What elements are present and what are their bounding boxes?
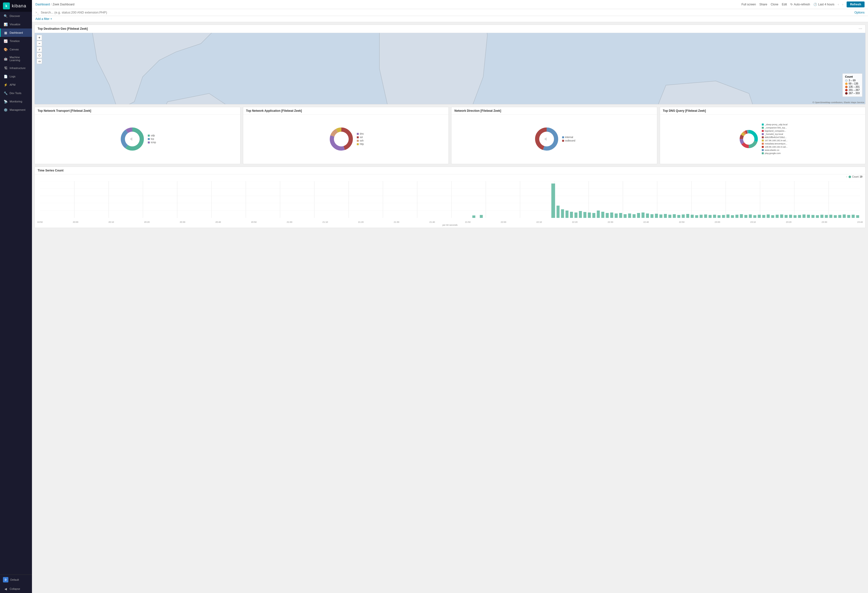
add-filter-button[interactable]: Add a filter + [35, 17, 52, 21]
sidebar-item-apm[interactable]: ⚡ APM [0, 81, 32, 89]
logs-icon: 📄 [4, 74, 7, 78]
sidebar-item-timelion[interactable]: 📈 Timelion [0, 37, 32, 45]
time-series-panel: Time Series Count › Count 19 [34, 166, 865, 228]
sidebar-item-label: Dashboard [10, 31, 23, 34]
fit-bounds-button[interactable]: ⤢ [37, 47, 42, 52]
ml-icon: 🤖 [4, 57, 7, 61]
sidebar-item-logs[interactable]: 📄 Logs [0, 72, 32, 81]
refresh-button[interactable]: Refresh [847, 1, 865, 7]
svg-rect-123 [820, 215, 823, 218]
sidebar-collapse[interactable]: ◀ Collapse [0, 585, 32, 593]
auto-refresh-button[interactable]: ↻ Auto-refresh [790, 3, 810, 6]
svg-rect-103 [731, 215, 734, 218]
svg-rect-108 [753, 215, 756, 218]
time-legend-row: › Count 19 [35, 174, 865, 179]
sidebar-item-label: Logs [10, 75, 15, 78]
breadcrumb-home[interactable]: Dashboard [35, 3, 50, 6]
svg-rect-102 [726, 215, 729, 218]
share-button[interactable]: Share [759, 3, 767, 6]
map-panel: Top Destination Geo [Filebeat Zeek] ··· [34, 25, 865, 104]
time-chart-svg [40, 181, 860, 218]
legend-dot-4 [845, 89, 847, 91]
svg-rect-74 [601, 212, 604, 218]
svg-rect-69 [579, 211, 582, 218]
donut-svg-application [328, 125, 355, 153]
svg-rect-126 [834, 215, 837, 218]
zoom-out-button[interactable]: − [37, 41, 42, 46]
sidebar-item-visualize[interactable]: 📊 Visualize [0, 20, 32, 28]
draw-rect-button[interactable]: ▭ [37, 59, 42, 64]
time-range-button[interactable]: 🕐 Last 4 hours [813, 3, 834, 6]
network-direction-panel: Network Direction [Filebeat Zeek] [451, 107, 657, 164]
search-prompt: >_ [35, 11, 39, 14]
edit-button[interactable]: Edit [782, 3, 787, 6]
svg-rect-78 [619, 213, 622, 218]
timelion-icon: 📈 [4, 39, 7, 43]
sidebar-item-discover[interactable]: 🔍 Discover [0, 12, 32, 20]
map-controls: + − ⤢ ⬠ ▭ [37, 35, 42, 64]
logo: k kibana [0, 0, 32, 12]
zoom-in-button[interactable]: + [37, 35, 42, 40]
sidebar-item-devtools[interactable]: 🔧 Dev Tools [0, 89, 32, 97]
fullscreen-button[interactable]: Full screen [741, 3, 756, 6]
map-panel-title: Top Destination Geo [Filebeat Zeek] ··· [35, 25, 865, 33]
svg-rect-95 [695, 215, 698, 218]
user-section[interactable]: D Default [0, 575, 32, 585]
svg-rect-93 [686, 214, 689, 218]
legend-dot-1 [845, 79, 847, 82]
sidebar-item-ml[interactable]: 🤖 Machine Learning [0, 53, 32, 64]
svg-rect-117 [794, 215, 796, 218]
clone-button[interactable]: Clone [771, 3, 778, 6]
svg-rect-118 [798, 215, 801, 218]
time-series-inner [35, 179, 865, 220]
sidebar-item-infrastructure[interactable]: 🏗 Infrastructure [0, 64, 32, 72]
svg-rect-96 [700, 215, 703, 218]
donut-direction [533, 125, 560, 153]
time-legend-expand[interactable]: › [846, 175, 847, 178]
legend-dot-3 [845, 86, 847, 88]
sidebar-item-label: Management [10, 108, 25, 111]
svg-rect-79 [624, 214, 626, 218]
svg-rect-116 [789, 215, 792, 218]
search-input[interactable] [41, 10, 853, 14]
svg-rect-91 [677, 215, 680, 218]
draw-shape-button[interactable]: ⬠ [37, 53, 42, 58]
sidebar-item-label: Infrastructure [10, 66, 25, 69]
sidebar-item-monitoring[interactable]: 📡 Monitoring [0, 97, 32, 106]
svg-rect-88 [664, 214, 667, 218]
network-transport-title: Top Network Transport [Filebeat Zeek] [35, 107, 240, 115]
network-direction-chart: internal outbound [452, 115, 657, 164]
sidebar-item-management[interactable]: ⚙️ Management [0, 106, 32, 114]
visualize-icon: 📊 [4, 22, 7, 26]
svg-rect-90 [673, 214, 676, 218]
discover-icon: 🔍 [4, 14, 7, 18]
donut-svg-transport [119, 125, 146, 153]
canvas-icon: 🎨 [4, 47, 7, 52]
monitoring-icon: 📡 [4, 100, 7, 103]
breadcrumb: Dashboard / Zeek Dashboard [35, 3, 74, 6]
sidebar-item-label: Discover [10, 15, 20, 18]
count-legend-label: Count [852, 175, 859, 178]
sidebar-item-dashboard[interactable]: ▦ Dashboard [0, 28, 32, 37]
svg-rect-67 [570, 212, 573, 218]
devtools-icon: 🔧 [4, 91, 7, 95]
svg-rect-76 [610, 212, 613, 218]
map-panel-menu[interactable]: ··· [859, 27, 862, 31]
sidebar-item-canvas[interactable]: 🎨 Canvas [0, 45, 32, 53]
user-name: Default [10, 578, 19, 581]
kibana-logo-icon: k [3, 3, 10, 9]
network-application-title: Top Network Application [Filebeat Zeek] [243, 107, 449, 115]
network-application-panel: Top Network Application [Filebeat Zeek] [243, 107, 449, 164]
options-button[interactable]: Options [855, 11, 865, 14]
svg-rect-83 [642, 212, 645, 218]
map-container[interactable]: + − ⤢ ⬠ ▭ Count 3 – 69 69 – 135 [35, 33, 865, 104]
sidebar-item-label: Dev Tools [10, 92, 21, 94]
donut-dns [738, 128, 760, 151]
svg-rect-62 [480, 215, 483, 218]
svg-rect-97 [704, 215, 707, 218]
direction-legend: internal outbound [562, 136, 576, 143]
svg-rect-68 [574, 212, 577, 218]
count-legend-dot [849, 176, 851, 178]
time-series-title: Time Series Count [35, 167, 865, 174]
legend-title: Count [845, 75, 860, 78]
